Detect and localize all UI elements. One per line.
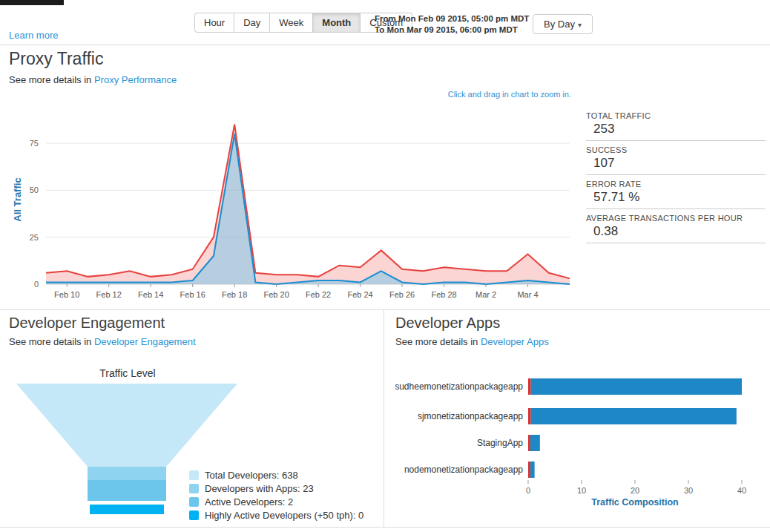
proxy-traffic-title: Proxy Traffic [9,49,103,69]
stat-value: 57.71 % [586,188,766,209]
bar-label: StagingApp [477,438,523,448]
legend-swatch-icon [189,510,199,520]
funnel-segment-3 [90,505,164,514]
funnel-legend: Total Developers: 638Developers with App… [189,468,363,522]
funnel-legend-item: Highly Active Developers (+50 tph): 0 [189,508,363,522]
date-range-text: From Mon Feb 09 2015, 05:00 pm MDT To Mo… [375,13,529,36]
funnel-segment-1 [88,467,166,480]
x-tick-label: Feb 24 [347,290,372,299]
legend-label: Total Developers: 638 [205,470,298,481]
x-tick-label: 30 [684,486,693,495]
developer-engagement-link[interactable]: Developer Engagement [94,336,196,347]
granularity-dropdown[interactable]: By Day▾ [533,14,593,34]
stat-value: 107 [586,154,766,175]
range-button-hour[interactable]: Hour [194,13,234,33]
x-tick-label: Mar 2 [476,290,496,299]
developer-apps-title: Developer Apps [395,315,500,332]
stat-label: TOTAL TRAFFIC [586,111,766,120]
series-area-all-traffic [46,125,570,284]
bar-success-segment [531,408,737,424]
proxy-performance-link[interactable]: Proxy Performance [94,74,177,85]
bar-success-segment [530,435,540,451]
legend-label: Active Developers: 2 [205,496,293,508]
learn-more-link[interactable]: Learn more [9,30,58,41]
developer-engagement-title: Developer Engagement [9,315,165,332]
range-button-day[interactable]: Day [234,13,270,33]
legend-label: Highly Active Developers (+50 tph): 0 [205,510,363,521]
y-tick-label: 25 [30,233,39,242]
stat-label: SUCCESS [586,145,766,154]
stat-success: SUCCESS107 [586,145,766,175]
y-axis-label: All Traffic [12,177,23,221]
funnel-segment-0 [16,384,237,467]
y-tick-label: 50 [30,185,39,194]
series-area-success [46,134,570,284]
bar-error-segment [528,435,530,451]
range-button-week[interactable]: Week [270,13,313,33]
see-more-text: See more details in [9,336,91,347]
x-tick-label: Feb 10 [54,290,79,299]
legend-label: Developers with Apps: 23 [205,483,314,494]
bar-label: sudheemonetizationpackageapp [395,381,523,392]
funnel-segment-2 [88,480,166,501]
traffic-stats-panel: TOTAL TRAFFIC253SUCCESS107ERROR RATE57.7… [586,111,766,248]
divider-vertical [384,309,384,527]
x-axis-label: Traffic Composition [591,497,678,508]
divider-top [0,45,770,45]
x-tick-label: Feb 20 [264,290,289,299]
granularity-label: By Day [544,19,575,30]
bar-success-segment [530,462,535,478]
engagement-see-more: See more details in Developer Engagement [9,336,196,347]
funnel-legend-item: Active Developers: 2 [189,495,363,508]
x-tick-label: Feb 22 [306,290,331,299]
stat-value: 0.38 [586,223,766,243]
zoom-hint: Click and drag in chart to zoom in. [386,90,571,99]
date-from: From Mon Feb 09 2015, 05:00 pm MDT [375,13,529,24]
proxy-traffic-chart[interactable]: 0255075Feb 10Feb 12Feb 14Feb 16Feb 18Feb… [0,100,582,306]
range-button-month[interactable]: Month [313,13,361,33]
x-tick-label: Feb 16 [180,290,205,299]
bar-error-segment [528,462,530,478]
stat-average-transactions-per-hour: AVERAGE TRANSACTIONS PER HOUR0.38 [586,214,766,243]
x-tick-label: Feb 14 [138,290,163,299]
developer-apps-link[interactable]: Developer Apps [481,336,549,347]
divider-bottom [0,527,770,528]
funnel-legend-item: Total Developers: 638 [189,468,363,482]
stat-value: 253 [586,120,766,141]
date-to: To Mon Mar 09 2015, 06:00 pm MDT [375,24,529,36]
developer-apps-bar-chart: sudheemonetizationpackageappsjmonetizati… [395,367,766,516]
bar-label: sjmonetizationpackageapp [418,411,523,421]
stat-label: AVERAGE TRANSACTIONS PER HOUR [586,214,766,223]
caret-down-icon: ▾ [578,21,582,29]
stat-label: ERROR RATE [586,180,766,188]
bar-label: nodemonetizationpackageapp [404,464,523,475]
bar-success-segment [531,378,742,395]
funnel-title: Traffic Level [16,367,239,379]
x-tick-label: Mar 4 [517,290,538,299]
stat-total-traffic: TOTAL TRAFFIC253 [586,111,766,141]
apps-see-more: See more details in Developer Apps [395,336,549,347]
series-line-success [46,134,570,284]
x-tick-label: Feb 26 [389,290,415,299]
x-tick-label: 0 [526,486,530,495]
legend-swatch-icon [189,470,199,480]
y-tick-label: 0 [34,280,39,289]
x-tick-label: 40 [737,486,746,495]
x-tick-label: 20 [631,486,639,495]
bar-error-segment [528,378,531,395]
legend-swatch-icon [189,497,199,507]
x-tick-label: Feb 28 [431,290,456,299]
top-left-dark-strip [0,0,64,5]
x-tick-label: Feb 18 [222,290,247,299]
stat-error-rate: ERROR RATE57.71 % [586,180,766,209]
bar-error-segment [528,408,531,424]
divider-middle [0,309,770,310]
legend-swatch-icon [189,484,199,493]
funnel-legend-item: Developers with Apps: 23 [189,482,363,495]
x-tick-label: Feb 12 [96,290,122,299]
x-tick-label: 10 [577,486,586,495]
see-more-text: See more details in [395,336,478,347]
see-more-text: See more details in [9,74,91,85]
y-tick-label: 75 [30,139,39,148]
proxy-see-more: See more details in Proxy Performance [9,74,177,85]
